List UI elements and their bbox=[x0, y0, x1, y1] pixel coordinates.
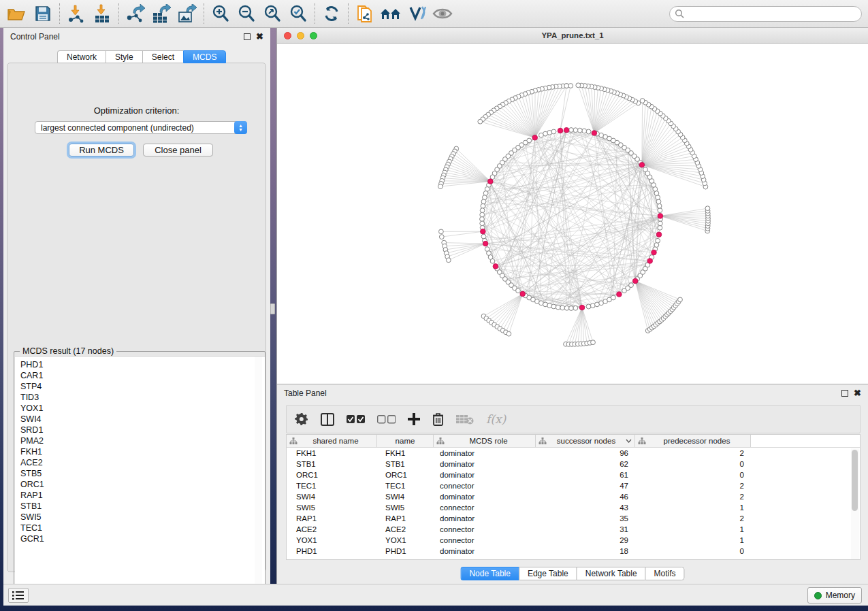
mcds-result-item[interactable]: PMA2 bbox=[20, 435, 265, 446]
network-node[interactable] bbox=[656, 238, 660, 243]
hide-selected-button[interactable] bbox=[430, 2, 455, 25]
network-node[interactable] bbox=[481, 234, 486, 239]
zoom-fit-button[interactable] bbox=[259, 2, 285, 25]
network-node[interactable] bbox=[573, 306, 578, 310]
mcds-node[interactable] bbox=[481, 229, 486, 234]
mcds-node[interactable] bbox=[493, 264, 498, 269]
deselect-all-icon[interactable] bbox=[377, 415, 396, 424]
table-row[interactable]: RAP1RAP1dominator352 bbox=[287, 513, 860, 524]
mcds-node[interactable] bbox=[632, 278, 638, 284]
network-node[interactable] bbox=[556, 305, 560, 310]
delete-column-trash-icon[interactable] bbox=[432, 412, 444, 426]
network-node[interactable] bbox=[539, 133, 544, 137]
table-row[interactable]: ORC1ORC1dominator610 bbox=[287, 469, 860, 480]
mcds-result-item[interactable]: STP4 bbox=[20, 381, 265, 392]
network-node[interactable] bbox=[658, 221, 662, 226]
mcds-node[interactable] bbox=[656, 232, 662, 237]
tab-edge-table[interactable]: Edge Table bbox=[519, 567, 577, 580]
tab-select[interactable]: Select bbox=[142, 50, 183, 63]
optimization-criterion-select[interactable]: largest connected component (undirected)… bbox=[35, 121, 247, 134]
mcds-node[interactable] bbox=[647, 259, 653, 264]
network-node[interactable] bbox=[656, 199, 661, 204]
network-leaf-node[interactable] bbox=[576, 83, 581, 88]
mcds-node[interactable] bbox=[532, 135, 538, 141]
close-panel-button[interactable]: Close panel bbox=[143, 144, 213, 156]
mcds-node[interactable] bbox=[617, 292, 622, 297]
network-node[interactable] bbox=[586, 129, 591, 134]
graphics-details-button[interactable] bbox=[404, 2, 430, 25]
network-leaf-node[interactable] bbox=[591, 340, 596, 345]
mcds-result-item[interactable]: GCR1 bbox=[20, 533, 265, 544]
network-node[interactable] bbox=[481, 199, 486, 204]
table-row[interactable]: TEC1TEC1connector472 bbox=[287, 480, 860, 491]
network-node[interactable] bbox=[564, 306, 569, 310]
network-node[interactable] bbox=[586, 304, 591, 309]
mcds-node[interactable] bbox=[558, 128, 563, 133]
refresh-button[interactable] bbox=[319, 2, 344, 25]
table-row[interactable]: ACE2ACE2connector311 bbox=[287, 524, 860, 535]
network-leaf-node[interactable] bbox=[439, 229, 444, 234]
network-node[interactable] bbox=[658, 225, 662, 230]
import-network-button[interactable] bbox=[63, 2, 89, 25]
mcds-result-item[interactable]: SWI5 bbox=[20, 512, 265, 523]
mcds-node[interactable] bbox=[652, 250, 657, 255]
table-settings-gear-icon[interactable] bbox=[295, 412, 308, 426]
select-all-icon[interactable] bbox=[347, 415, 365, 424]
network-node[interactable] bbox=[569, 128, 574, 133]
mcds-node[interactable] bbox=[564, 127, 569, 133]
column-header-shared-name[interactable]: shared name bbox=[287, 435, 377, 447]
network-node[interactable] bbox=[551, 129, 556, 134]
network-node[interactable] bbox=[658, 208, 662, 213]
mcds-node[interactable] bbox=[520, 291, 526, 297]
network-window-titlebar[interactable]: YPA_prune.txt_1 bbox=[277, 28, 868, 44]
table-row[interactable]: FKH1FKH1dominator962 bbox=[287, 448, 860, 459]
window-minimize-icon[interactable] bbox=[297, 32, 304, 39]
mcds-result-item[interactable]: STB5 bbox=[20, 468, 265, 479]
network-node[interactable] bbox=[547, 303, 552, 308]
network-node[interactable] bbox=[480, 208, 485, 213]
table-scrollbar[interactable] bbox=[851, 448, 859, 559]
float-panel-icon[interactable] bbox=[244, 33, 251, 40]
mcds-result-item[interactable]: STB1 bbox=[20, 501, 265, 512]
network-leaf-node[interactable] bbox=[439, 235, 444, 240]
tab-mcds[interactable]: MCDS bbox=[183, 50, 226, 63]
mcds-result-item[interactable]: RAP1 bbox=[20, 490, 265, 501]
network-node[interactable] bbox=[490, 259, 495, 263]
float-panel-icon[interactable] bbox=[841, 390, 848, 397]
network-leaf-node[interactable] bbox=[678, 297, 683, 302]
tab-style[interactable]: Style bbox=[106, 50, 142, 63]
mcds-node[interactable] bbox=[592, 131, 597, 136]
window-close-icon[interactable] bbox=[284, 32, 291, 39]
network-node[interactable] bbox=[516, 288, 521, 293]
column-header-successor-nodes[interactable]: successor nodes bbox=[536, 435, 635, 447]
mcds-result-item[interactable]: YOX1 bbox=[20, 403, 265, 414]
network-node[interactable] bbox=[577, 128, 582, 133]
network-node[interactable] bbox=[551, 304, 556, 309]
mcds-result-item[interactable]: PHD1 bbox=[20, 359, 265, 370]
network-leaf-node[interactable] bbox=[438, 184, 443, 189]
mcds-result-item[interactable]: CAR1 bbox=[20, 370, 265, 381]
table-row[interactable]: YOX1YOX1connector291 bbox=[287, 535, 860, 546]
network-leaf-node[interactable] bbox=[478, 119, 483, 124]
mcds-result-item[interactable]: SRD1 bbox=[20, 425, 265, 435]
mcds-result-item[interactable]: SWI4 bbox=[20, 414, 265, 425]
import-table-button[interactable] bbox=[89, 2, 115, 25]
network-node[interactable] bbox=[569, 306, 574, 311]
first-neighbors-button[interactable] bbox=[378, 2, 404, 25]
network-leaf-node[interactable] bbox=[446, 258, 451, 263]
tab-motifs[interactable]: Motifs bbox=[645, 567, 685, 580]
tab-node-table[interactable]: Node Table bbox=[460, 567, 519, 580]
export-image-button[interactable] bbox=[174, 2, 200, 25]
table-row[interactable]: STB1STB1dominator620 bbox=[287, 459, 860, 469]
network-node[interactable] bbox=[629, 283, 634, 288]
mcds-node[interactable] bbox=[483, 241, 488, 246]
search-input[interactable] bbox=[685, 10, 861, 19]
task-history-button[interactable] bbox=[8, 588, 29, 603]
panel-divider-handle[interactable] bbox=[270, 303, 275, 314]
mcds-result-item[interactable]: ORC1 bbox=[20, 479, 265, 490]
column-header-predecessor-nodes[interactable]: predecessor nodes bbox=[635, 435, 751, 447]
mcds-result-item[interactable]: TID3 bbox=[20, 392, 265, 403]
network-graph-canvas[interactable] bbox=[277, 44, 868, 384]
network-leaf-node[interactable] bbox=[507, 331, 511, 336]
network-node[interactable] bbox=[480, 217, 485, 222]
